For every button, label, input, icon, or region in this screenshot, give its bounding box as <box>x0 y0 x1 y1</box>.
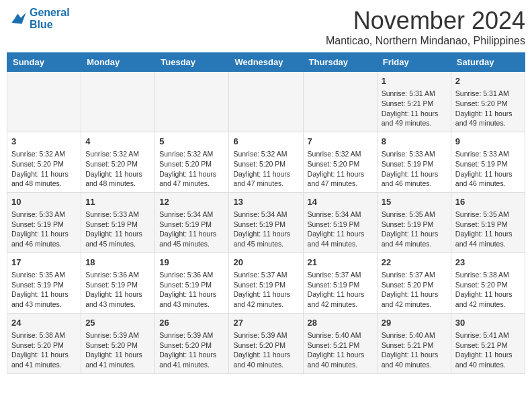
header-tuesday: Tuesday <box>155 53 229 72</box>
day-info: Sunrise: 5:37 AM <box>233 270 298 280</box>
day-info: Sunset: 5:20 PM <box>11 159 77 169</box>
day-number: 27 <box>233 317 298 329</box>
table-row <box>229 72 303 132</box>
day-number: 18 <box>85 257 150 269</box>
day-info: Sunrise: 5:32 AM <box>11 149 77 159</box>
day-info: Sunset: 5:21 PM <box>308 340 373 351</box>
day-number: 30 <box>455 317 521 329</box>
table-row <box>81 72 155 132</box>
table-row: 13Sunrise: 5:34 AMSunset: 5:19 PMDayligh… <box>229 192 303 253</box>
table-row: 4Sunrise: 5:32 AMSunset: 5:20 PMDaylight… <box>81 132 155 192</box>
logo-text: General Blue <box>30 7 70 31</box>
day-number: 3 <box>11 136 77 148</box>
day-info: Sunrise: 5:32 AM <box>233 149 298 159</box>
table-row: 10Sunrise: 5:33 AMSunset: 5:19 PMDayligh… <box>7 192 81 253</box>
day-info: Daylight: 11 hours and 44 minutes. <box>455 229 521 248</box>
day-info: Daylight: 11 hours and 46 minutes. <box>11 229 77 248</box>
day-number: 21 <box>308 257 373 269</box>
header-friday: Friday <box>377 53 451 72</box>
table-row <box>7 72 81 132</box>
day-info: Sunrise: 5:34 AM <box>233 210 298 220</box>
day-info: Sunrise: 5:38 AM <box>11 330 77 340</box>
day-info: Sunset: 5:20 PM <box>308 159 373 169</box>
day-info: Sunrise: 5:36 AM <box>85 270 150 280</box>
header-wednesday: Wednesday <box>229 53 303 72</box>
day-info: Daylight: 11 hours and 49 minutes. <box>382 109 447 128</box>
day-info: Sunset: 5:19 PM <box>11 220 77 230</box>
day-info: Sunset: 5:21 PM <box>382 99 447 109</box>
day-info: Daylight: 11 hours and 48 minutes. <box>11 169 77 189</box>
day-number: 15 <box>382 196 447 208</box>
day-info: Sunset: 5:19 PM <box>455 159 521 169</box>
day-info: Daylight: 11 hours and 47 minutes. <box>308 169 373 189</box>
day-number: 11 <box>85 196 150 208</box>
day-number: 1 <box>382 75 447 87</box>
table-row: 3Sunrise: 5:32 AMSunset: 5:20 PMDaylight… <box>7 132 81 192</box>
table-row: 15Sunrise: 5:35 AMSunset: 5:19 PMDayligh… <box>377 192 451 253</box>
table-row: 1Sunrise: 5:31 AMSunset: 5:21 PMDaylight… <box>377 72 451 132</box>
day-number: 19 <box>159 257 224 269</box>
table-row: 19Sunrise: 5:36 AMSunset: 5:19 PMDayligh… <box>155 253 229 313</box>
day-info: Daylight: 11 hours and 47 minutes. <box>233 169 298 189</box>
day-info: Sunset: 5:19 PM <box>233 280 298 290</box>
table-row <box>155 72 229 132</box>
day-info: Sunset: 5:19 PM <box>159 280 224 290</box>
day-number: 6 <box>233 136 298 148</box>
header-sunday: Sunday <box>7 53 81 72</box>
day-info: Daylight: 11 hours and 44 minutes. <box>308 229 373 248</box>
day-info: Sunrise: 5:34 AM <box>159 210 224 220</box>
day-info: Daylight: 11 hours and 45 minutes. <box>85 229 150 248</box>
day-number: 20 <box>233 257 298 269</box>
day-info: Daylight: 11 hours and 48 minutes. <box>85 169 150 189</box>
day-info: Sunset: 5:20 PM <box>11 340 77 351</box>
day-info: Sunrise: 5:32 AM <box>308 149 373 159</box>
day-info: Daylight: 11 hours and 45 minutes. <box>233 229 298 248</box>
day-number: 8 <box>382 136 447 148</box>
day-info: Sunset: 5:20 PM <box>233 340 298 351</box>
header-thursday: Thursday <box>303 53 377 72</box>
day-info: Sunset: 5:20 PM <box>382 280 447 290</box>
day-number: 2 <box>455 75 521 87</box>
day-number: 13 <box>233 196 298 208</box>
day-info: Daylight: 11 hours and 41 minutes. <box>11 350 77 369</box>
day-info: Sunset: 5:19 PM <box>308 280 373 290</box>
day-info: Sunrise: 5:40 AM <box>382 330 447 340</box>
table-row: 22Sunrise: 5:37 AMSunset: 5:20 PMDayligh… <box>377 253 451 313</box>
table-row: 7Sunrise: 5:32 AMSunset: 5:20 PMDaylight… <box>303 132 377 192</box>
calendar-body: 1Sunrise: 5:31 AMSunset: 5:21 PMDaylight… <box>7 72 525 374</box>
day-info: Sunrise: 5:34 AM <box>308 210 373 220</box>
day-info: Sunset: 5:19 PM <box>11 280 77 290</box>
day-info: Sunset: 5:19 PM <box>308 220 373 230</box>
day-info: Sunset: 5:19 PM <box>382 159 447 169</box>
day-info: Sunset: 5:19 PM <box>85 220 150 230</box>
day-info: Daylight: 11 hours and 40 minutes. <box>308 350 373 369</box>
day-number: 17 <box>11 257 77 269</box>
header-monday: Monday <box>81 53 155 72</box>
day-number: 23 <box>455 257 521 269</box>
day-info: Sunrise: 5:37 AM <box>382 270 447 280</box>
month-title: November 2024 <box>326 7 525 35</box>
day-number: 12 <box>159 196 224 208</box>
day-info: Daylight: 11 hours and 43 minutes. <box>11 289 77 309</box>
day-info: Daylight: 11 hours and 42 minutes. <box>233 289 298 309</box>
calendar-header: Sunday Monday Tuesday Wednesday Thursday… <box>7 53 525 72</box>
location-title: Manticao, Northern Mindanao, Philippines <box>326 35 525 47</box>
day-info: Sunrise: 5:31 AM <box>382 89 447 99</box>
day-info: Sunrise: 5:35 AM <box>382 210 447 220</box>
table-row: 28Sunrise: 5:40 AMSunset: 5:21 PMDayligh… <box>303 313 377 373</box>
day-number: 10 <box>11 196 77 208</box>
table-row: 12Sunrise: 5:34 AMSunset: 5:19 PMDayligh… <box>155 192 229 253</box>
day-info: Daylight: 11 hours and 42 minutes. <box>382 289 447 309</box>
day-info: Sunrise: 5:36 AM <box>159 270 224 280</box>
day-info: Sunset: 5:19 PM <box>85 280 150 290</box>
table-row: 11Sunrise: 5:33 AMSunset: 5:19 PMDayligh… <box>81 192 155 253</box>
day-number: 7 <box>308 136 373 148</box>
header-saturday: Saturday <box>451 53 525 72</box>
day-info: Daylight: 11 hours and 43 minutes. <box>85 289 150 309</box>
table-row: 23Sunrise: 5:38 AMSunset: 5:20 PMDayligh… <box>451 253 525 313</box>
day-number: 14 <box>308 196 373 208</box>
day-info: Sunset: 5:20 PM <box>85 340 150 351</box>
day-info: Sunset: 5:20 PM <box>455 99 521 109</box>
day-info: Sunrise: 5:33 AM <box>85 210 150 220</box>
day-number: 9 <box>455 136 521 148</box>
